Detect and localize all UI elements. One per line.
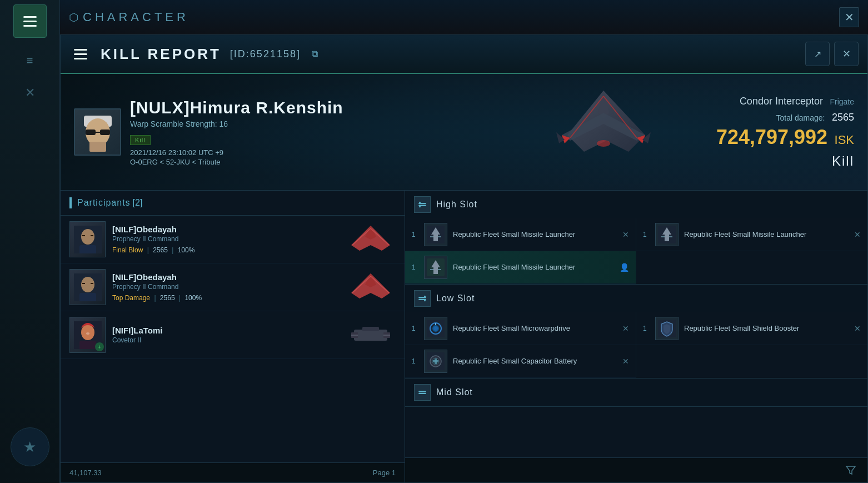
cross-icon: ✕ [25,86,35,100]
list-item[interactable]: [NILF]Obedayah Prophecy II Command Top D… [61,263,405,311]
svg-point-63 [424,296,426,297]
export-button[interactable]: ↗ [805,42,830,66]
sidebar-nav-icon-2[interactable]: ✕ [13,79,47,107]
list-item[interactable]: 1 Republ [405,312,636,345]
low-slot-title: Low Slot [436,293,475,303]
participants-header: Participants [2] [61,191,405,216]
list-item[interactable]: 1 Republic Fleet Small Missile Launcher [405,251,636,284]
slot-item-close-1[interactable]: ✕ [622,230,629,239]
svg-rect-40 [362,327,379,331]
ship-type: Condor Interceptor [740,96,823,107]
export-icon: ↗ [814,49,821,59]
list-item[interactable]: 1 + [405,345,636,378]
kill-stats: Condor Interceptor Frigate Total damage:… [716,96,854,169]
header-hamburger-icon [74,49,87,59]
app-close-button[interactable]: ✕ [839,7,859,27]
high-slot-icon [414,196,431,213]
slot-item-close-low-3[interactable]: ✕ [622,357,629,366]
high-slot-title: High Slot [436,200,477,210]
low-slot-header: Low Slot [405,285,867,312]
slot-item-name-low-2: Republic Fleet Small Shield Booster [684,324,849,333]
svg-rect-77 [418,391,426,392]
participant-avatar-3: + [69,317,106,353]
low-slot-section: Low Slot 1 [405,285,867,379]
header-menu-button[interactable] [69,43,92,65]
svg-point-64 [424,300,426,301]
kill-type-label: Kill [716,153,854,169]
isk-value: 724,797,992 [716,126,827,148]
svg-point-18 [81,229,94,245]
slot-item-close-2[interactable]: ✕ [854,230,861,239]
list-item[interactable]: + [NIFI]LaTomi Covetor II [61,311,405,359]
header-close-icon: ✕ [842,48,851,60]
missile-launcher-icon-2 [655,223,679,246]
svg-rect-76 [433,360,438,362]
svg-point-47 [419,202,421,203]
slot-item-name-high-2: Republic Fleet Small Missile Launcher [684,230,849,240]
filter-button[interactable] [843,462,859,478]
copy-icon[interactable]: ⧉ [312,49,318,59]
participant-name-2: [NILF]Obedayah [112,272,339,282]
header-actions: ↗ ✕ [805,42,859,66]
svg-point-69 [433,326,438,331]
sidebar: ≡ ✕ ★ [0,0,60,483]
participant-info-3: [NIFI]LaTomi Covetor II [112,326,339,344]
final-blow-label: Final Blow [112,246,143,254]
svg-marker-79 [846,466,855,474]
slot-item-close-low-2[interactable]: ✕ [854,324,861,333]
svg-rect-19 [79,245,96,253]
participant-avatar-1 [69,221,106,257]
participant-corp-1: Prophecy II Command [112,235,339,243]
list-item[interactable]: 1 Republic Fleet Small Shield Booster ✕ [636,312,867,345]
high-slot-items: 1 Republic Fleet Small Missile Launcher [405,218,867,284]
participant-name-3: [NIFI]LaTomi [112,326,339,335]
kill-report-title: KILL REPORT [101,46,221,63]
slot-item-close-low-1[interactable]: ✕ [622,324,629,333]
sidebar-nav-icon-1[interactable]: ≡ [13,47,47,74]
participant-ship-2 [346,271,396,304]
participants-bottom-bar: 41,107.33 Page 1 [61,462,405,482]
sidebar-star-button[interactable]: ★ [11,427,49,466]
missile-launcher-icon-3 [424,256,447,279]
svg-rect-5 [89,142,106,152]
app-title-icon: ⬡ [69,11,78,24]
list-item[interactable]: 1 Republic Fleet Small Missile Launcher [636,218,867,251]
svg-point-14 [597,140,610,147]
high-slot-header: High Slot [405,191,867,218]
participant-ship-3 [346,318,396,352]
header-close-button[interactable]: ✕ [834,42,859,66]
kill-badge: Kill [130,135,151,145]
next-slot-icon [414,384,431,401]
svg-point-27 [81,277,94,292]
slot-item-qty: 1 [412,263,418,271]
person-icon: 👤 [620,263,629,272]
participant-stats-2: Top Damage | 2565 | 100% [112,294,339,302]
ship-class: Frigate [830,97,854,106]
app-close-icon: ✕ [845,11,854,24]
fit-scroll-area: High Slot 1 [405,191,867,457]
participant-pct-2: 100% [184,294,202,302]
participant-damage-2: 2565 [160,294,175,302]
list-item[interactable]: [NILF]Obedayah Prophecy II Command Final… [61,216,405,263]
participants-panel: Participants [2] [61,191,405,482]
slot-item-qty: 1 [412,325,418,332]
participants-count: [2] [133,198,143,208]
capacitor-battery-icon: + [424,350,447,373]
add-participant-icon[interactable]: + [95,342,104,351]
victim-avatar [74,108,121,156]
header-bar: KILL REPORT [ID:6521158] ⧉ ↗ ✕ [61,35,867,74]
participant-damage-1: 2565 [153,246,168,254]
top-damage-badge: Top Damage [112,294,150,302]
slot-item-name-low-3: Republic Fleet Small Capacitor Battery [453,357,617,366]
page-info: Page 1 [373,469,396,477]
hamburger-small-icon: ≡ [27,54,33,67]
svg-rect-78 [418,393,426,394]
missile-launcher-icon-1 [424,223,447,246]
sidebar-menu-button[interactable] [13,4,47,38]
participant-avatar-2 [69,269,106,305]
slot-item-qty: 1 [643,231,650,238]
fit-bottom-bar [405,457,867,482]
participants-title: Participants [77,198,131,208]
total-damage-label: Total damage: [776,113,825,122]
list-item[interactable]: 1 Republic Fleet Small Missile Launcher [405,218,636,251]
